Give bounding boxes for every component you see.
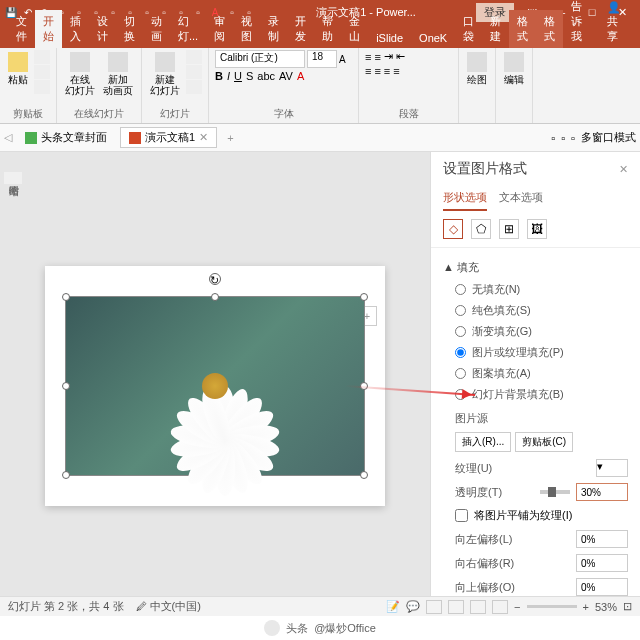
align-right-icon[interactable]: ≡ (384, 65, 390, 77)
tab-format1[interactable]: 格式 (509, 10, 536, 48)
resize-handle[interactable] (62, 382, 70, 390)
tab-slideshow[interactable]: 幻灯... (170, 10, 206, 48)
shadow-icon[interactable]: S (246, 70, 253, 82)
indent-icon[interactable]: ⇥ (384, 50, 393, 63)
tab-insert[interactable]: 插入 (62, 10, 89, 48)
effects-tab-icon[interactable]: ⬠ (471, 219, 491, 239)
slide-canvas[interactable]: + ↻ (45, 266, 385, 506)
tab-animation[interactable]: 动画 (143, 10, 170, 48)
font-size-select[interactable]: 18 (307, 50, 337, 68)
tell-me[interactable]: ♀ 告诉我 (563, 0, 599, 48)
online-slide-button[interactable]: 在线 幻灯片 (63, 50, 97, 98)
resize-handle[interactable] (62, 471, 70, 479)
pane-tab-shape[interactable]: 形状选项 (443, 186, 487, 211)
transparency-spinner[interactable]: 30% (576, 483, 628, 501)
tab-help[interactable]: 帮助 (314, 10, 341, 48)
tab-koudai[interactable]: 口袋 (455, 10, 482, 48)
tab-tool-icon[interactable]: ▫ (551, 132, 555, 144)
tab-develop[interactable]: 开发 (287, 10, 314, 48)
tab-design[interactable]: 设计 (89, 10, 116, 48)
zoom-out-icon[interactable]: − (514, 601, 520, 613)
cut-icon[interactable] (34, 50, 50, 64)
opt-slidebg-fill[interactable]: 幻灯片背景填充(B) (443, 384, 628, 405)
paste-button[interactable]: 粘贴 (6, 50, 30, 87)
reset-icon[interactable] (186, 65, 202, 79)
layout-icon[interactable] (186, 50, 202, 64)
resize-handle[interactable] (62, 293, 70, 301)
size-tab-icon[interactable]: ⊞ (499, 219, 519, 239)
tab-format2[interactable]: 格式 (536, 10, 563, 48)
numbering-icon[interactable]: ≡ (374, 51, 380, 63)
zoom-in-icon[interactable]: + (583, 601, 589, 613)
editing-button[interactable]: 编辑 (502, 50, 526, 87)
offset-top-spinner[interactable]: 0% (576, 578, 628, 596)
section-icon[interactable] (186, 80, 202, 94)
opt-picture-fill[interactable]: 图片或纹理填充(P) (443, 342, 628, 363)
justify-icon[interactable]: ≡ (393, 65, 399, 77)
font-color-icon[interactable]: A (297, 70, 304, 82)
tab-review[interactable]: 审阅 (206, 10, 233, 48)
insert-button[interactable]: 插入(R)... (455, 432, 511, 452)
notes-icon[interactable]: 📝 (386, 600, 400, 613)
lang-indicator[interactable]: 🖉 中文(中国) (136, 599, 201, 614)
transparency-slider[interactable] (540, 490, 570, 494)
picture-tab-icon[interactable]: 🖼 (527, 219, 547, 239)
opt-no-fill[interactable]: 无填充(N) (443, 279, 628, 300)
pane-close-icon[interactable]: ✕ (619, 163, 628, 176)
underline-icon[interactable]: U (234, 70, 242, 82)
fit-window-icon[interactable]: ⊡ (623, 600, 632, 613)
opt-pattern-fill[interactable]: 图案填充(A) (443, 363, 628, 384)
fill-header[interactable]: ▲ 填充 (443, 256, 628, 279)
bold-icon[interactable]: B (215, 70, 223, 82)
tab-transition[interactable]: 切换 (116, 10, 143, 48)
resize-handle[interactable] (360, 382, 368, 390)
reading-view-icon[interactable] (470, 600, 486, 614)
selected-picture[interactable]: ↻ (65, 296, 365, 476)
tab-islide[interactable]: iSlide (368, 28, 411, 48)
resize-handle[interactable] (360, 293, 368, 301)
tab-jinshan[interactable]: 金山 (341, 10, 368, 48)
spacing-icon[interactable]: AV (279, 70, 293, 82)
tab-home[interactable]: 开始 (35, 10, 62, 48)
resize-handle[interactable] (211, 293, 219, 301)
slideshow-view-icon[interactable] (492, 600, 508, 614)
outdent-icon[interactable]: ⇤ (396, 50, 405, 63)
offset-left-spinner[interactable]: 0% (576, 530, 628, 548)
offset-right-spinner[interactable]: 0% (576, 554, 628, 572)
font-name-select[interactable]: Calibri (正文) (215, 50, 305, 68)
tab-tool-icon[interactable]: ▫ (561, 132, 565, 144)
comments-icon[interactable]: 💬 (406, 600, 420, 613)
tab-record[interactable]: 录制 (260, 10, 287, 48)
share-button[interactable]: 👤 共享 (599, 0, 632, 48)
doc-tab-2[interactable]: 演示文稿1 ✕ (120, 127, 217, 148)
italic-icon[interactable]: I (227, 70, 230, 82)
normal-view-icon[interactable] (426, 600, 442, 614)
rotate-handle[interactable]: ↻ (209, 273, 221, 285)
bullets-icon[interactable]: ≡ (365, 51, 371, 63)
fill-line-tab-icon[interactable]: ◇ (443, 219, 463, 239)
outline-toggle[interactable]: 缩略图 (4, 172, 22, 184)
tab-view[interactable]: 视图 (233, 10, 260, 48)
clipboard-button[interactable]: 剪贴板(C) (515, 432, 573, 452)
new-anim-button[interactable]: 新加 动画页 (101, 50, 135, 98)
texture-dropdown[interactable]: ▾ (596, 459, 628, 477)
slide-editor[interactable]: 缩略图 + ↻ (0, 152, 430, 620)
pane-tab-text[interactable]: 文本选项 (499, 186, 543, 211)
format-painter-icon[interactable] (34, 80, 50, 94)
drawing-button[interactable]: 绘图 (465, 50, 489, 87)
align-left-icon[interactable]: ≡ (365, 65, 371, 77)
doc-tab-1[interactable]: 头条文章封面 (16, 127, 116, 148)
new-slide-button[interactable]: 新建 幻灯片 (148, 50, 182, 98)
multiwin-icon[interactable]: ▫ (571, 132, 575, 144)
multiwin-label[interactable]: 多窗口模式 (581, 130, 636, 145)
zoom-slider[interactable] (527, 605, 577, 608)
copy-icon[interactable] (34, 65, 50, 79)
tab-file[interactable]: 文件 (8, 10, 35, 48)
increase-font-icon[interactable]: A (339, 54, 346, 65)
tab-xinjian[interactable]: 新建 (482, 10, 509, 48)
sorter-view-icon[interactable] (448, 600, 464, 614)
resize-handle[interactable] (360, 471, 368, 479)
zoom-value[interactable]: 53% (595, 601, 617, 613)
tab-onek[interactable]: OneK (411, 28, 455, 48)
opt-gradient-fill[interactable]: 渐变填充(G) (443, 321, 628, 342)
